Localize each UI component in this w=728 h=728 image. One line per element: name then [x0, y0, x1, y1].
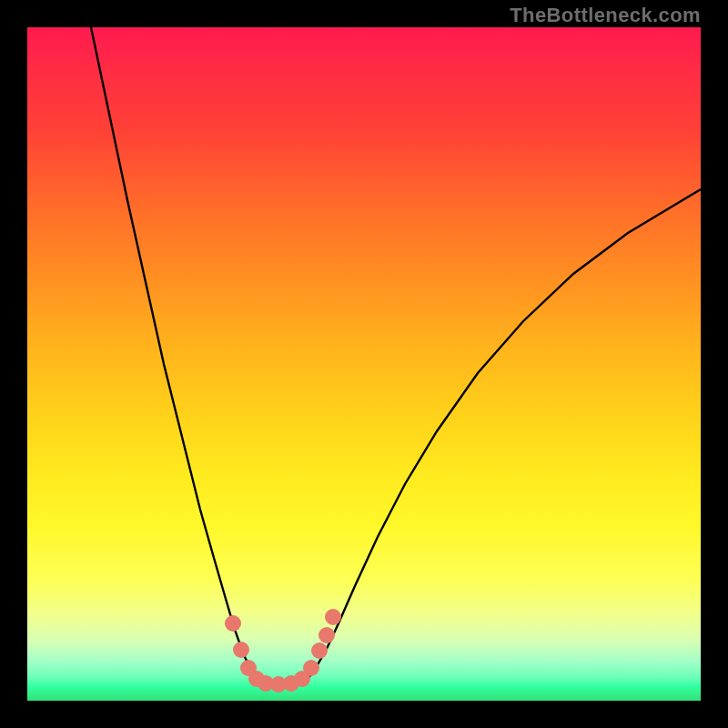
data-dot: [311, 642, 328, 659]
curve-left: [91, 27, 259, 682]
data-dot: [325, 609, 341, 625]
data-dot: [225, 615, 241, 632]
data-dot: [233, 642, 249, 658]
curve-layer: [27, 27, 701, 701]
chart-container: TheBottleneck.com: [0, 0, 728, 728]
plot-area: [27, 27, 701, 701]
data-dot: [303, 660, 319, 676]
watermark-text: TheBottleneck.com: [510, 4, 701, 27]
data-dot: [318, 627, 335, 643]
curve-right: [305, 189, 701, 682]
dot-cluster: [225, 609, 341, 693]
